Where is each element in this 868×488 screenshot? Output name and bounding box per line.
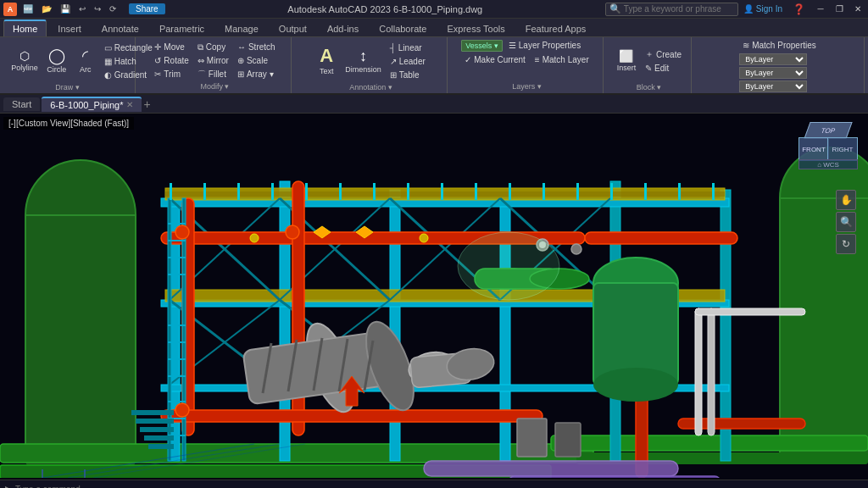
help-icon[interactable]: ❓: [793, 3, 805, 15]
create-button[interactable]: ＋ Create: [642, 48, 685, 61]
modify-section-label: Modify ▾: [200, 82, 229, 92]
tab-express-tools[interactable]: Express Tools: [437, 20, 514, 36]
svg-rect-71: [517, 419, 547, 457]
tab-annotate[interactable]: Annotate: [92, 20, 148, 36]
zoom-button[interactable]: 🔍: [836, 212, 856, 232]
svg-point-80: [175, 403, 189, 417]
tab-start[interactable]: Start: [3, 97, 40, 111]
ribbon-section-block: ⬜ Insert ＋ Create ✎ Edit Block ▾: [607, 37, 692, 93]
viewcube-home[interactable]: ⌂ WCS: [798, 159, 858, 169]
restore-button[interactable]: ❐: [832, 3, 846, 15]
new-btn[interactable]: 🆕: [20, 3, 36, 14]
svg-rect-110: [509, 183, 511, 200]
polyline-button[interactable]: ⬡ Polyline: [8, 39, 42, 83]
lineweight-dropdown[interactable]: ByLayer: [739, 80, 807, 92]
orbit-button[interactable]: ↻: [836, 234, 856, 254]
mirror-icon: ⇔: [198, 56, 204, 65]
annotation-section-label: Annotation ▾: [349, 83, 392, 92]
match-layer-button[interactable]: ≡ Match Layer: [531, 53, 593, 66]
leader-button[interactable]: ↗ Leader: [387, 55, 429, 68]
svg-rect-115: [678, 183, 681, 200]
scale-button[interactable]: ⊕ Scale: [234, 54, 279, 67]
arc-button[interactable]: ◜ Arc: [72, 39, 99, 83]
linear-button[interactable]: ┤ Linear: [387, 42, 429, 54]
arc-icon: ◜: [82, 48, 88, 64]
stretch-button[interactable]: ↔ Stretch: [234, 41, 279, 53]
text-button[interactable]: A Text: [313, 39, 340, 83]
fillet-button[interactable]: ⌒ Fillet: [194, 68, 232, 80]
layer-dropdown[interactable]: Vessels ▾: [461, 40, 503, 52]
drawing-area[interactable]: [-][Custom View][Shaded (Fast)] TOP FRON…: [0, 114, 868, 480]
close-button[interactable]: ✕: [851, 3, 865, 15]
tab-manage[interactable]: Manage: [215, 20, 268, 36]
dimension-button[interactable]: ↕ Dimension: [342, 39, 385, 83]
svg-rect-104: [305, 183, 308, 200]
svg-rect-103: [271, 183, 274, 200]
redo-btn[interactable]: ↪: [92, 3, 103, 14]
copy-button[interactable]: ⧉ Copy: [194, 41, 232, 53]
stretch-icon: ↔: [237, 42, 246, 52]
tab-drawing[interactable]: 6-B-1000_Piping* ✕: [42, 97, 142, 112]
tab-addins[interactable]: Add-ins: [318, 20, 368, 36]
pan-button[interactable]: ✋: [836, 190, 856, 210]
tab-output[interactable]: Output: [270, 20, 316, 36]
svg-rect-116: [712, 183, 715, 200]
sync-btn[interactable]: ⟳: [107, 3, 119, 14]
trim-button[interactable]: ✂ Trim: [151, 68, 192, 80]
add-tab-button[interactable]: +: [143, 97, 150, 111]
open-btn[interactable]: 📂: [39, 3, 54, 14]
table-button[interactable]: ⊞ Table: [387, 69, 429, 81]
user-icon: 👤: [743, 4, 754, 14]
mirror-button[interactable]: ⇔ Mirror: [194, 54, 232, 67]
svg-rect-93: [148, 444, 174, 449]
svg-rect-113: [610, 183, 613, 200]
svg-rect-107: [407, 183, 409, 200]
command-input[interactable]: [15, 485, 863, 488]
tab-home[interactable]: Home: [3, 19, 47, 36]
titlebar-title: Autodesk AutoCAD 2023 6-B-1000_Piping.dw…: [165, 4, 605, 14]
match-properties-button[interactable]: ≋ Match Properties: [739, 39, 820, 52]
viewcube-right[interactable]: RIGHT: [827, 137, 858, 161]
minimize-button[interactable]: ─: [814, 3, 827, 15]
linetype-dropdown[interactable]: ByLayer: [739, 67, 807, 79]
layer-properties-button[interactable]: ☰ Layer Properties: [505, 39, 584, 52]
rotate-button[interactable]: ↺ Rotate: [151, 54, 192, 67]
viewcube[interactable]: TOP FRONT RIGHT ⌂ WCS: [798, 122, 858, 181]
svg-point-79: [286, 225, 299, 239]
tab-insert[interactable]: Insert: [48, 20, 91, 36]
array-button[interactable]: ⊞ Array ▾: [234, 68, 279, 80]
svg-rect-92: [144, 435, 174, 441]
titlebar: A 🆕 📂 💾 ↩ ↪ ⟳ Share Autodesk AutoCAD 202…: [0, 0, 868, 19]
line-button[interactable]: ╱ Line: [0, 39, 6, 83]
table-icon: ⊞: [390, 70, 397, 80]
ribbon-section-layers: Vessels ▾ ☰ Layer Properties ✓ Make Curr…: [451, 37, 604, 93]
signin-button[interactable]: 👤 Sign In: [743, 4, 782, 14]
move-button[interactable]: ✛ Move: [151, 41, 192, 53]
insert-button[interactable]: ⬜ Insert: [613, 39, 640, 83]
edit-button[interactable]: ✎ Edit: [642, 62, 685, 75]
svg-rect-109: [475, 183, 477, 200]
draw-section-label: Draw ▾: [55, 83, 80, 92]
create-icon: ＋: [645, 48, 654, 60]
share-button[interactable]: Share: [129, 3, 165, 14]
circle-button[interactable]: ◯ Circle: [43, 39, 70, 83]
svg-rect-101: [203, 183, 206, 200]
hatch-icon: ▦: [104, 57, 112, 66]
undo-btn[interactable]: ↩: [76, 3, 88, 14]
tab-parametric[interactable]: Parametric: [150, 20, 214, 36]
tab-collaborate[interactable]: Collaborate: [370, 20, 436, 36]
search-input[interactable]: [624, 4, 734, 14]
color-dropdown[interactable]: ByLayer: [739, 53, 807, 65]
save-btn[interactable]: 💾: [58, 3, 73, 14]
tab-close-icon[interactable]: ✕: [126, 100, 133, 109]
search-bar[interactable]: 🔍: [605, 3, 738, 16]
svg-point-84: [420, 234, 428, 242]
viewcube-top[interactable]: TOP: [804, 122, 852, 139]
tab-featured-apps[interactable]: Featured Apps: [516, 20, 596, 36]
ribbon-section-draw: ╱ Line ⬡ Polyline ◯ Circle ◜ Arc ▭ Recta…: [0, 37, 136, 93]
make-current-button[interactable]: ✓ Make Current: [461, 53, 529, 66]
svg-rect-8: [551, 435, 868, 451]
viewcube-front[interactable]: FRONT: [798, 137, 829, 161]
piping-viewport[interactable]: [0, 114, 868, 478]
svg-rect-35: [585, 232, 737, 244]
